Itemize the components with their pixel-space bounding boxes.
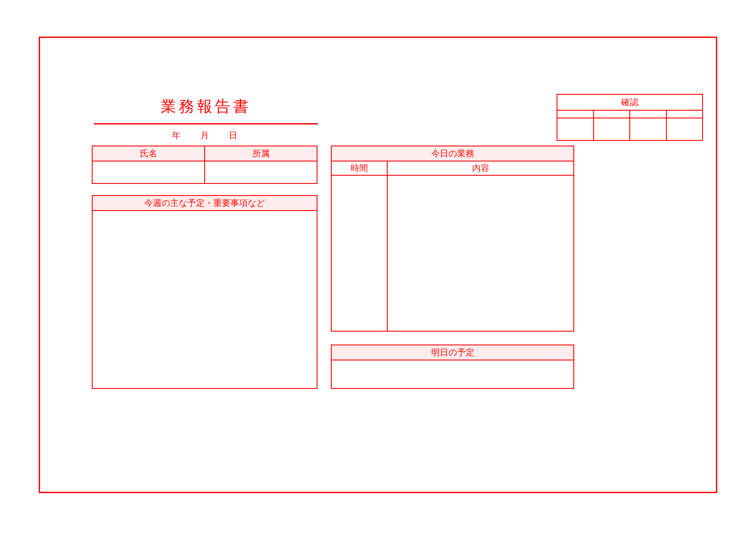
name-field[interactable] bbox=[93, 161, 205, 183]
form-frame: 業務報告書 年 月 日 確認 bbox=[39, 37, 717, 493]
approval-stamp-cell[interactable] bbox=[557, 118, 594, 140]
approval-stamp-row bbox=[557, 118, 702, 140]
week-schedule-body[interactable] bbox=[93, 211, 317, 389]
approval-label-row bbox=[557, 111, 702, 118]
page: 業務報告書 年 月 日 確認 bbox=[0, 0, 756, 534]
title-block: 業務報告書 年 月 日 bbox=[94, 96, 318, 141]
date-line: 年 月 日 bbox=[94, 130, 318, 141]
name-affiliation-table: 氏名 所属 bbox=[92, 146, 317, 184]
today-tasks-subheader: 時間 内容 bbox=[332, 161, 573, 176]
week-schedule-box: 今週の主な予定・重要事項など bbox=[92, 195, 317, 389]
form-title: 業務報告書 bbox=[94, 96, 318, 123]
date-month-label: 月 bbox=[200, 130, 212, 140]
name-table-header: 氏名 所属 bbox=[93, 146, 317, 161]
title-underline bbox=[94, 123, 318, 124]
approval-label-cell bbox=[667, 111, 703, 118]
tomorrow-schedule-header: 明日の予定 bbox=[332, 345, 573, 360]
today-content-label: 内容 bbox=[388, 161, 573, 175]
approval-stamp-cell[interactable] bbox=[594, 118, 631, 140]
affiliation-label: 所属 bbox=[205, 146, 317, 161]
tomorrow-schedule-box: 明日の予定 bbox=[331, 345, 574, 389]
approval-stamp-cell[interactable] bbox=[667, 118, 703, 140]
date-year-label: 年 bbox=[172, 130, 183, 140]
tomorrow-schedule-body[interactable] bbox=[332, 360, 573, 389]
approval-header: 確認 bbox=[557, 95, 702, 111]
approval-box: 確認 bbox=[557, 94, 703, 141]
approval-label-cell bbox=[557, 111, 594, 118]
today-time-field[interactable] bbox=[332, 176, 388, 331]
today-tasks-body bbox=[332, 176, 573, 331]
today-content-field[interactable] bbox=[388, 176, 573, 331]
approval-label-cell bbox=[630, 111, 667, 118]
name-table-body bbox=[93, 161, 317, 183]
today-time-label: 時間 bbox=[332, 161, 388, 175]
today-tasks-box: 今日の業務 時間 内容 bbox=[331, 146, 574, 332]
week-schedule-header: 今週の主な予定・重要事項など bbox=[93, 196, 317, 211]
date-day-label: 日 bbox=[229, 130, 240, 140]
approval-label-cell bbox=[594, 111, 631, 118]
today-tasks-header: 今日の業務 bbox=[332, 146, 573, 161]
approval-stamp-cell[interactable] bbox=[630, 118, 667, 140]
name-label: 氏名 bbox=[93, 146, 205, 161]
affiliation-field[interactable] bbox=[205, 161, 317, 183]
